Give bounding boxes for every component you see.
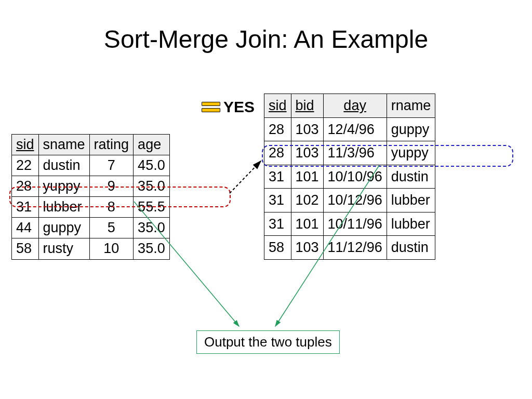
table-row: 28yuppy935.0 [12,176,170,197]
col-age: age [134,135,170,155]
table-row: 3110210/12/96lubber [264,189,435,212]
table-row: 5810311/12/96dustin [264,236,435,260]
table-row: 44guppy535.0 [12,218,170,238]
sailors-table: sid sname rating age 22dustin745.0 28yup… [11,134,170,260]
table-row: 31lubber855.5 [12,197,170,218]
table-row: 2810312/4/96guppy [264,117,435,141]
col-sname: sname [38,135,89,155]
match-arrow [230,161,261,193]
slide: Sort-Merge Join: An Example YES sid snam… [0,0,532,399]
col-bid: bid [291,94,323,118]
output-caption: Output the two tuples [196,330,340,354]
equals-icon [202,102,219,112]
col-rname: rname [387,94,435,118]
table-row: 22dustin745.0 [12,155,170,176]
match-yes-label: YES [223,98,255,116]
reserves-table: sid bid day rname 2810312/4/96guppy 2810… [264,94,435,260]
table-row: 58rusty1035.0 [12,238,170,259]
table-row: 3110110/11/96lubber [264,212,435,236]
table-row: 2810311/3/96yuppy [264,141,435,165]
col-day: day [323,94,387,118]
table-row: 3110110/10/96dustin [264,165,435,189]
col-sid: sid [264,94,291,118]
col-rating: rating [89,135,134,155]
col-sid: sid [12,135,39,155]
page-title: Sort-Merge Join: An Example [0,25,532,54]
